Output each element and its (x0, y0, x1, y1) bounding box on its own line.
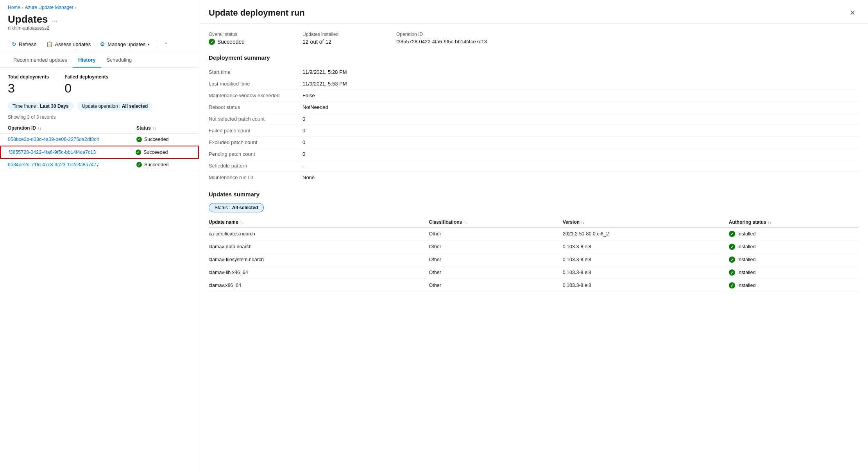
summary-val-6: 0 (302, 139, 859, 145)
assess-icon: 📋 (46, 41, 53, 47)
summary-row: Not selected patch count 0 (209, 113, 859, 125)
summary-row: Failed patch count 0 (209, 125, 859, 137)
summary-val-8: - (302, 163, 859, 169)
overall-status-row: Overall status Succeeded Updates install… (209, 32, 859, 45)
operation-id-link-1[interactable]: 058bce2b-d33c-4a39-be06-2275da2df3c4 (8, 137, 136, 142)
updates-table-row: clamav-data.noarch Other 0.103.3-8.el8 I… (209, 240, 859, 253)
page-subtitle: nikhim-autoassess2 (0, 25, 199, 36)
failed-deployments-stat: Failed deployments 0 (64, 74, 108, 96)
tab-history[interactable]: History (73, 53, 101, 68)
manage-dropdown-icon: ▾ (148, 42, 150, 46)
manage-label: Manage updates (107, 41, 145, 47)
update-version-0: 2021.2.50-80.0.el8_2 (563, 231, 725, 237)
upload-icon: ↑ (164, 41, 167, 48)
updates-col-header-class: Classifications ↑↓ (429, 219, 559, 225)
manage-icon: ⚙ (100, 41, 105, 47)
update-status-3: Installed (729, 269, 859, 276)
more-options-icon[interactable]: ... (52, 15, 58, 23)
summary-val-3: NotNeeded (302, 104, 859, 110)
timeframe-filter-label: Time frame : (13, 103, 40, 109)
manage-updates-button[interactable]: ⚙ Manage updates ▾ (96, 39, 154, 49)
summary-val-2: False (302, 93, 859, 98)
installed-text-0: Installed (737, 231, 756, 237)
update-name-1: clamav-data.noarch (209, 244, 425, 249)
status-dot-3 (136, 162, 142, 167)
refresh-button[interactable]: ↻ Refresh (8, 39, 41, 49)
breadcrumb-sep2: › (75, 5, 77, 10)
breadcrumb-manager[interactable]: Azure Update Manager (25, 5, 73, 10)
installed-check-icon-1 (729, 244, 735, 250)
summary-row: Start time 11/9/2021, 5:28 PM (209, 66, 859, 78)
summary-key-1: Last modified time (209, 81, 302, 87)
updates-installed-label: Updates installed (302, 32, 388, 37)
page-title: Updates (8, 13, 48, 25)
installed-check-icon-2 (729, 256, 735, 263)
assess-label: Assess updates (55, 41, 91, 47)
summary-val-9: None (302, 175, 859, 180)
update-class-3: Other (429, 270, 559, 275)
toolbar-divider (157, 40, 157, 48)
total-deployments-stat: Total deployments 3 (8, 74, 49, 96)
timeframe-filter[interactable]: Time frame : Last 30 Days (8, 102, 73, 110)
table-row[interactable]: 058bce2b-d33c-4a39-be06-2275da2df3c4 Suc… (0, 134, 199, 146)
close-panel-button[interactable]: ✕ (847, 7, 859, 19)
panel-title: Update deployment run (209, 8, 305, 18)
deployment-summary-title: Deployment summary (209, 54, 859, 61)
summary-row: Maintenance run ID None (209, 172, 859, 183)
updates-col-header-name: Update name ↑↓ (209, 219, 425, 225)
table-row[interactable]: 6b34de2d-71fd-47c8-9a23-1c2c3a8a7477 Suc… (0, 159, 199, 171)
operation-id-link-3[interactable]: 6b34de2d-71fd-47c8-9a23-1c2c3a8a7477 (8, 162, 136, 167)
summary-row: Reboot status NotNeeded (209, 102, 859, 113)
summary-key-9: Maintenance run ID (209, 175, 302, 180)
operation-id-value: f3855728-0422-4fa6-9f5c-bb14f4ce7c13 (396, 39, 859, 45)
operation-id-label: Operation ID (396, 32, 859, 37)
installed-text-3: Installed (737, 270, 756, 275)
overall-status-text: Succeeded (217, 39, 245, 45)
operation-filter-value: All selected (122, 103, 148, 109)
summary-key-2: Maintenance window exceeded (209, 93, 302, 98)
installed-text-2: Installed (737, 257, 756, 262)
status-cell-1: Succeeded (136, 137, 191, 142)
status-filter-chip[interactable]: Status : All selected (209, 203, 264, 212)
installed-text-4: Installed (737, 283, 756, 288)
sort-operation-id-icon[interactable]: ↑↓ (38, 126, 41, 130)
summary-key-8: Schedule pattern (209, 163, 302, 169)
sort-status-icon[interactable]: ↑↓ (152, 126, 156, 130)
operation-id-block: Operation ID f3855728-0422-4fa6-9f5c-bb1… (396, 32, 859, 45)
left-panel: Home › Azure Update Manager › Updates ..… (0, 0, 199, 472)
summary-key-7: Pending patch count (209, 151, 302, 157)
summary-row: Excluded patch count 0 (209, 137, 859, 148)
update-status-1: Installed (729, 244, 859, 250)
summary-row: Last modified time 11/9/2021, 5:53 PM (209, 78, 859, 90)
table-body: 058bce2b-d33c-4a39-be06-2275da2df3c4 Suc… (0, 134, 199, 171)
update-status-2: Installed (729, 256, 859, 263)
status-cell-3: Succeeded (136, 162, 191, 167)
sort-authoring-icon[interactable]: ↑↓ (768, 220, 771, 224)
failed-deployments-label: Failed deployments (64, 74, 108, 80)
breadcrumb-home[interactable]: Home (8, 5, 20, 10)
summary-row: Pending patch count 0 (209, 148, 859, 160)
summary-val-0: 11/9/2021, 5:28 PM (302, 69, 859, 75)
sort-update-name-icon[interactable]: ↑↓ (239, 220, 243, 224)
summary-key-3: Reboot status (209, 104, 302, 110)
status-text-3: Succeeded (144, 162, 169, 167)
stats-row: Total deployments 3 Failed deployments 0 (0, 68, 199, 102)
toolbar: ↻ Refresh 📋 Assess updates ⚙ Manage upda… (0, 36, 199, 53)
updates-table-row: clamav.x86_64 Other 0.103.3-8.el8 Instal… (209, 279, 859, 292)
table-row[interactable]: f3855728-0422-4fa6-9f5c-bb14f4ce7c13 Suc… (0, 146, 199, 159)
status-text-1: Succeeded (144, 137, 169, 142)
operation-id-link-2[interactable]: f3855728-0422-4fa6-9f5c-bb14f4ce7c13 (9, 150, 136, 155)
sort-classifications-icon[interactable]: ↑↓ (463, 220, 467, 224)
update-version-4: 0.103.3-8.el8 (563, 283, 725, 288)
sort-version-icon[interactable]: ↑↓ (581, 220, 585, 224)
upload-button[interactable]: ↑ (160, 39, 171, 50)
total-deployments-label: Total deployments (8, 74, 49, 80)
assess-updates-button[interactable]: 📋 Assess updates (42, 39, 95, 49)
failed-deployments-value: 0 (64, 81, 108, 96)
right-panel: Update deployment run ✕ Overall status S… (199, 0, 868, 472)
tab-recommended-updates[interactable]: Recommended updates (8, 53, 73, 68)
summary-key-0: Start time (209, 69, 302, 75)
tab-scheduling[interactable]: Scheduling (101, 53, 137, 68)
operation-filter[interactable]: Update operation : All selected (77, 102, 153, 110)
updates-installed-block: Updates installed 12 out of 12 (302, 32, 388, 45)
